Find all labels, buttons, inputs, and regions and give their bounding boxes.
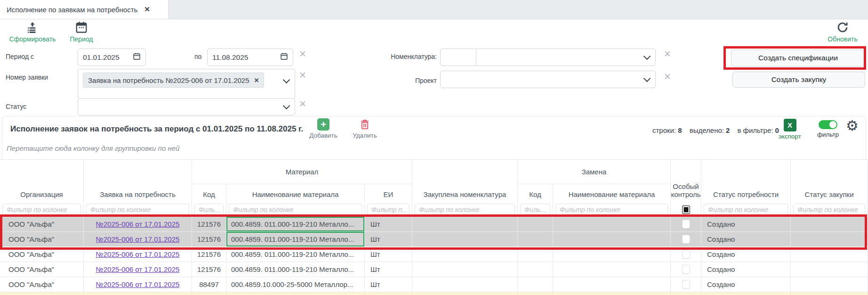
cell-unit: Шт	[365, 277, 412, 292]
col-header-need-status[interactable]: Статус потребности	[701, 160, 791, 202]
clear-request-icon[interactable]: ✕	[299, 71, 306, 80]
chevron-down-icon[interactable]	[283, 102, 290, 109]
cell-request: №2025-006 от 17.01.2025	[84, 247, 192, 262]
group-drop-zone[interactable]: Перетащите сюда колонку для группировки …	[7, 144, 179, 152]
request-link[interactable]: №2025-006 от 17.01.2025	[96, 220, 180, 228]
period-to-input[interactable]: 11.08.2025	[207, 49, 293, 66]
chevron-down-icon[interactable]	[643, 52, 651, 60]
control-filter-checkbox[interactable]	[682, 205, 690, 214]
cell-org: ООО "Альфа"	[0, 277, 84, 292]
col-header-purchase-status[interactable]: Статус закупки	[791, 160, 868, 202]
calendar-icon[interactable]	[133, 52, 141, 62]
refresh-button[interactable]: Обновить	[817, 21, 868, 43]
col-header-purchased[interactable]: Закуплена номенклатура	[412, 160, 518, 202]
filter-input-unit[interactable]	[367, 204, 410, 216]
period-button[interactable]: Период	[56, 21, 107, 43]
cell-code: 121576	[192, 232, 226, 246]
filter-input-r-code[interactable]	[520, 204, 550, 216]
period-to-label: по	[194, 53, 201, 60]
plus-icon: +	[317, 118, 330, 131]
cell-control	[671, 247, 701, 262]
col-header-control[interactable]: Особый контроль	[671, 160, 701, 202]
control-checkbox[interactable]	[682, 235, 690, 244]
request-link[interactable]: №2025-006 от 17.01.2025	[96, 235, 180, 243]
table-row[interactable]: ООО "Альфа" №2025-006 от 17.01.2025 8849…	[0, 277, 868, 292]
request-link[interactable]: №2025-006 от 17.01.2025	[96, 265, 180, 273]
filter-input-need-status[interactable]	[704, 204, 788, 216]
create-spec-button[interactable]: Создать спецификации	[731, 49, 865, 66]
col-header-org[interactable]: Организация	[0, 160, 84, 202]
nomenclature-select[interactable]	[440, 49, 656, 66]
clear-status-icon[interactable]: ✕	[299, 99, 306, 108]
col-header-code[interactable]: Код	[192, 184, 226, 202]
period-from-input[interactable]: 01.01.2025	[78, 49, 146, 66]
cell-material: 000.4859. 011.000-119-210 Металло...	[226, 247, 365, 262]
col-header-unit[interactable]: ЕИ	[365, 184, 412, 202]
cell-r-material	[553, 277, 671, 292]
clear-period-icon[interactable]: ✕	[299, 49, 306, 58]
table-row[interactable]: ООО "Альфа" №2025-006 от 17.01.2025 1215…	[0, 217, 868, 232]
table-row[interactable]: ООО "Альфа" №2025-006 от 17.01.2025 1215…	[0, 232, 868, 247]
gear-icon[interactable]: ⚙	[846, 119, 859, 133]
filter-input-purchased[interactable]	[415, 204, 515, 216]
delete-button[interactable]: Удалить	[345, 118, 385, 139]
cell-need-status: Создано	[701, 262, 791, 277]
cell-org: ООО "Альфа"	[0, 262, 84, 277]
nomenclature-code-subfield[interactable]	[441, 49, 476, 66]
filtered-count-label: в фильтре:	[737, 126, 773, 134]
cell-r-code	[518, 232, 553, 246]
project-select[interactable]	[440, 71, 656, 88]
filter-input-org[interactable]	[2, 204, 81, 216]
control-checkbox[interactable]	[682, 250, 690, 259]
cell-purchased	[412, 232, 518, 246]
request-number-multiselect[interactable]: Заявка на потребность №2025-006 от 17.01…	[78, 69, 295, 99]
col-header-request[interactable]: Заявка на потребность	[84, 160, 192, 202]
table-row[interactable]: ООО "Альфа" №2025-006 от 17.01.2025 1215…	[0, 262, 868, 277]
cell-material: 000.4859. 011.000-119-210 Металло...	[226, 232, 365, 246]
tab-ispolnenie[interactable]: Исполнение по заявкам на потребность ✕	[0, 0, 169, 19]
table-row-partial[interactable]	[0, 292, 868, 295]
request-link[interactable]: №2025-006 от 17.01.2025	[96, 250, 180, 258]
project-label: Проект	[372, 77, 437, 84]
export-label: экспорт	[779, 133, 801, 140]
col-header-material-name[interactable]: Наименование материала	[226, 184, 365, 202]
group-header-replacement[interactable]: Замена	[518, 160, 671, 184]
chevron-down-icon[interactable]	[643, 74, 651, 82]
filter-input-material[interactable]	[229, 204, 362, 216]
group-header-material[interactable]: Материал	[192, 160, 412, 184]
col-header-r-code[interactable]: Код	[518, 184, 553, 202]
col-header-r-material-name[interactable]: Наименование материала	[553, 184, 671, 202]
tab-title: Исполнение по заявкам на потребность	[7, 6, 137, 14]
table-row[interactable]: ООО "Альфа" №2025-006 от 17.01.2025 1215…	[0, 247, 868, 262]
filter-input-code[interactable]	[194, 204, 224, 216]
cell-material: 000.4859. 011.000-119-210 Металло...	[226, 262, 365, 277]
create-purchase-button[interactable]: Создать закупку	[732, 72, 865, 88]
status-select[interactable]	[78, 98, 295, 115]
filter-toggle[interactable]: фильтр	[812, 120, 844, 138]
generate-button[interactable]: Сформировать	[7, 21, 58, 43]
control-checkbox[interactable]	[682, 280, 690, 289]
tab-close-icon[interactable]: ✕	[144, 5, 150, 14]
request-link[interactable]: №2025-006 от 17.01.2025	[96, 280, 180, 288]
clear-project-icon[interactable]: ✕	[664, 72, 671, 81]
filter-input-purchase-status[interactable]	[793, 204, 865, 216]
export-button[interactable]: X экспорт	[774, 119, 805, 140]
filter-input-request[interactable]	[86, 204, 189, 216]
request-number-label: Номер заявки	[6, 74, 48, 81]
request-chip-close-icon[interactable]: ✕	[254, 77, 259, 84]
control-checkbox[interactable]	[682, 265, 690, 274]
add-button[interactable]: + Добавить	[304, 118, 343, 139]
calendar-icon[interactable]	[280, 52, 288, 62]
filter-input-r-material[interactable]	[555, 204, 668, 216]
control-checkbox[interactable]	[682, 220, 690, 229]
refresh-icon	[836, 21, 849, 34]
status-label: Статус	[6, 103, 26, 110]
filter-toggle-label: фильтр	[817, 131, 839, 138]
cell-request: №2025-006 от 17.01.2025	[84, 277, 192, 292]
chevron-down-icon[interactable]	[283, 76, 290, 84]
clear-nomenclature-icon[interactable]: ✕	[664, 49, 671, 58]
request-chip[interactable]: Заявка на потребность №2025-006 от 17.01…	[83, 73, 264, 88]
table-body: ООО "Альфа" №2025-006 от 17.01.2025 1215…	[0, 217, 868, 295]
selected-count-label: выделено:	[690, 126, 724, 134]
toggle-on-icon[interactable]	[819, 120, 837, 129]
